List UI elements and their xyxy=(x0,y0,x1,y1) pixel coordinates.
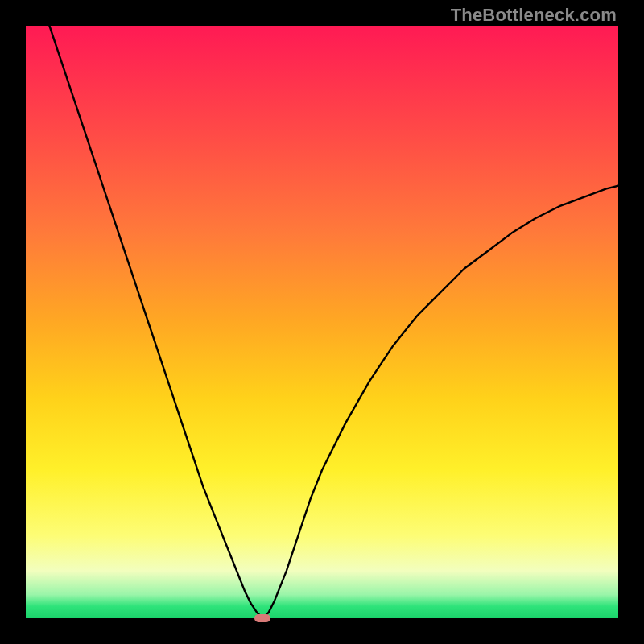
plot-area xyxy=(26,26,618,618)
bottleneck-curve xyxy=(26,26,618,618)
watermark-text: TheBottleneck.com xyxy=(451,5,617,26)
optimal-point-marker xyxy=(254,614,270,622)
chart-frame: TheBottleneck.com xyxy=(0,0,644,644)
